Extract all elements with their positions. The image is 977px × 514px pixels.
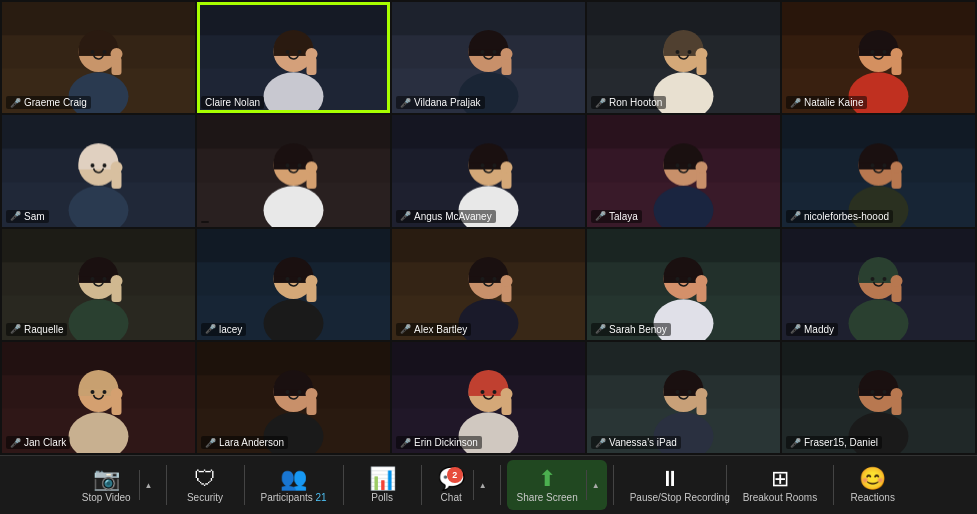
participant-cell-5: 🎤 Natalie Kaine (782, 2, 975, 113)
participant-cell-4: 🎤 Ron Hooton (587, 2, 780, 113)
mic-icon-15: 🎤 (790, 324, 801, 334)
participant-name-6: 🎤 Sam (6, 210, 49, 223)
participants-icon: 👥 (280, 468, 307, 490)
participant-video-7 (197, 115, 390, 226)
share-screen-arrow[interactable]: ▲ (589, 460, 603, 510)
chevron-up-icon-2: ▲ (479, 481, 487, 490)
participant-name-5: 🎤 Natalie Kaine (786, 96, 867, 109)
participant-name-3: 🎤 Vildana Praljak (396, 96, 485, 109)
participant-cell-17: 🎤 Lara Anderson (197, 342, 390, 453)
sep-8 (833, 465, 834, 505)
polls-button[interactable]: 📊 Polls (350, 460, 415, 510)
chat-arrow[interactable]: ▲ (476, 460, 490, 510)
mic-icon-1: 🎤 (10, 98, 21, 108)
mic-icon-13: 🎤 (400, 324, 411, 334)
participant-name-13: 🎤 Alex Bartley (396, 323, 471, 336)
participant-name-7 (201, 221, 209, 223)
chat-button[interactable]: 💬 2 Chat ▲ (428, 460, 494, 510)
app-container: 🎤 Graeme Craig Claire Nolan 🎤 Vildana Pr… (0, 0, 977, 514)
security-icon: 🛡 (194, 468, 216, 490)
mic-icon-14: 🎤 (595, 324, 606, 334)
participant-cell-3: 🎤 Vildana Praljak (392, 2, 585, 113)
participants-button[interactable]: 👥 Participants 21 (251, 460, 337, 510)
toolbar: 📷 Stop Video ▲ 🛡 Security 👥 Participants… (0, 455, 977, 514)
chevron-up-icon: ▲ (145, 481, 153, 490)
sep-1 (166, 465, 167, 505)
participant-name-2: Claire Nolan (201, 96, 264, 109)
mic-icon-3: 🎤 (400, 98, 411, 108)
share-screen-divider (586, 470, 587, 500)
participant-name-10: 🎤 nicoleforbes-hoood (786, 210, 893, 223)
stop-video-button[interactable]: 📷 Stop Video ▲ (72, 460, 160, 510)
sep-3 (343, 465, 344, 505)
chevron-up-icon-3: ▲ (592, 481, 600, 490)
participant-cell-14: 🎤 Sarah Benoy (587, 229, 780, 340)
mic-icon-20: 🎤 (790, 438, 801, 448)
participant-name-12: 🎤 lacey (201, 323, 246, 336)
breakout-icon: ⊞ (771, 468, 789, 490)
participant-name-17: 🎤 Lara Anderson (201, 436, 288, 449)
mic-icon-6: 🎤 (10, 211, 21, 221)
participant-cell-8: 🎤 Angus McAvaney (392, 115, 585, 226)
participant-name-15: 🎤 Maddy (786, 323, 838, 336)
security-button[interactable]: 🛡 Security (173, 460, 238, 510)
stop-video-arrow[interactable]: ▲ (142, 460, 156, 510)
mic-icon-9: 🎤 (595, 211, 606, 221)
mic-icon-8: 🎤 (400, 211, 411, 221)
participant-name-1: 🎤 Graeme Craig (6, 96, 91, 109)
participant-cell-7 (197, 115, 390, 226)
participant-cell-6: 🎤 Sam (2, 115, 195, 226)
sep-2 (244, 465, 245, 505)
chat-badge: 2 (447, 467, 463, 483)
mic-icon-10: 🎤 (790, 211, 801, 221)
participant-cell-10: 🎤 nicoleforbes-hoood (782, 115, 975, 226)
mic-icon-18: 🎤 (400, 438, 411, 448)
stop-video-divider (139, 470, 140, 500)
mic-icon-17: 🎤 (205, 438, 216, 448)
participant-name-11: 🎤 Raquelle (6, 323, 67, 336)
participant-cell-15: 🎤 Maddy (782, 229, 975, 340)
mic-icon-16: 🎤 (10, 438, 21, 448)
camera-icon: 📷 (93, 468, 120, 490)
participant-cell-12: 🎤 lacey (197, 229, 390, 340)
participant-name-14: 🎤 Sarah Benoy (591, 323, 671, 336)
participant-name-19: 🎤 Vanessa's iPad (591, 436, 681, 449)
sep-5 (500, 465, 501, 505)
sep-6 (613, 465, 614, 505)
mic-icon-5: 🎤 (790, 98, 801, 108)
mic-icon-4: 🎤 (595, 98, 606, 108)
participant-cell-2: Claire Nolan (197, 2, 390, 113)
mic-icon-11: 🎤 (10, 324, 21, 334)
mic-icon-12: 🎤 (205, 324, 216, 334)
participant-cell-1: 🎤 Graeme Craig (2, 2, 195, 113)
share-screen-button[interactable]: ⬆ Share Screen ▲ (507, 460, 607, 510)
breakout-rooms-button[interactable]: ⊞ Breakout Rooms (733, 460, 827, 510)
polls-icon: 📊 (369, 468, 396, 490)
participant-cell-19: 🎤 Vanessa's iPad (587, 342, 780, 453)
participant-name-8: 🎤 Angus McAvaney (396, 210, 496, 223)
reactions-button[interactable]: 😊 Reactions (840, 460, 905, 510)
participant-cell-18: 🎤 Erin Dickinson (392, 342, 585, 453)
participant-name-16: 🎤 Jan Clark (6, 436, 70, 449)
video-grid: 🎤 Graeme Craig Claire Nolan 🎤 Vildana Pr… (0, 0, 977, 455)
pause-icon: ⏸ (659, 468, 681, 490)
participant-name-20: 🎤 Fraser15, Daniel (786, 436, 882, 449)
share-screen-icon: ⬆ (538, 468, 556, 490)
chat-divider (473, 470, 474, 500)
sep-4 (421, 465, 422, 505)
mic-icon-19: 🎤 (595, 438, 606, 448)
participant-name-9: 🎤 Talaya (591, 210, 642, 223)
participant-cell-13: 🎤 Alex Bartley (392, 229, 585, 340)
participant-cell-11: 🎤 Raquelle (2, 229, 195, 340)
participant-cell-20: 🎤 Fraser15, Daniel (782, 342, 975, 453)
pause-recording-button[interactable]: ⏸ Pause/Stop Recording (620, 460, 720, 510)
reactions-icon: 😊 (859, 468, 886, 490)
participant-cell-9: 🎤 Talaya (587, 115, 780, 226)
participant-name-4: 🎤 Ron Hooton (591, 96, 666, 109)
participant-cell-16: 🎤 Jan Clark (2, 342, 195, 453)
participant-name-18: 🎤 Erin Dickinson (396, 436, 482, 449)
